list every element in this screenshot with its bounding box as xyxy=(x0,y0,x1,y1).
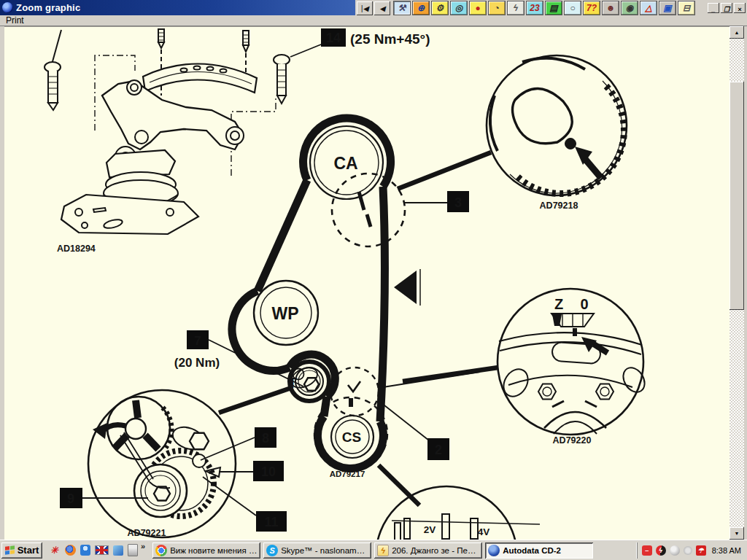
pulley-cs: CS xyxy=(342,429,361,445)
quick-launch-icon[interactable] xyxy=(128,544,138,556)
toolbar: |◀ ◀ ⚒ ⊕ ⚙ ◎ ● ◔ ϟ 23 ▤ ○ 7? ☻ ◉ △ ▣ ⊟ _… xyxy=(355,0,747,16)
menu-item-print[interactable]: Print xyxy=(6,15,24,26)
toolbar-icon[interactable]: ⊕ xyxy=(412,1,430,15)
menu-bar: Print xyxy=(0,15,747,26)
quick-launch-icon[interactable] xyxy=(95,545,109,555)
toolbar-icon[interactable]: ● xyxy=(469,1,487,15)
toolbar-icon[interactable]: ⚒ xyxy=(393,1,411,15)
toolbar-icon[interactable]: ◎ xyxy=(450,1,468,15)
quick-launch-bar: ✳ xyxy=(48,544,138,556)
quick-launch-icon[interactable] xyxy=(65,545,76,556)
task-icon xyxy=(155,545,167,556)
nav-button[interactable]: ◀ xyxy=(374,1,390,15)
pulley-ca: CA xyxy=(333,154,357,173)
label-14: 14 xyxy=(326,31,341,45)
task-icon: S xyxy=(266,545,278,556)
toolbar-icon[interactable]: ◉ xyxy=(621,1,638,15)
pulley-t: T xyxy=(287,374,297,391)
vertical-scrollbar[interactable]: ▲ ▼ xyxy=(729,26,744,540)
ref-ad79218: AD79218 xyxy=(540,201,578,211)
label-8: 8 xyxy=(262,431,269,446)
quick-launch-icon[interactable] xyxy=(113,545,123,556)
mark-2v: 2V xyxy=(424,524,436,535)
taskbar-task-button[interactable]: S Skype™ - naslonamakar... xyxy=(263,542,371,559)
window-controls: _ ❐ × xyxy=(708,3,746,13)
toolbar-overflow-chevron[interactable]: » xyxy=(141,540,145,551)
torque-25nm: (25 Nm+45°) xyxy=(350,31,430,47)
toolbar-icon[interactable]: ϟ xyxy=(507,1,525,15)
label-7: 7 xyxy=(194,334,201,348)
taskbar: Start ✳ » Виж новите мнения | V... S Sky… xyxy=(0,540,747,560)
tray-icon[interactable] xyxy=(670,545,680,556)
graphic-canvas: 14 3 7 2 8 10 9 11 (25 Nm+45°) AD18294 A… xyxy=(4,26,729,540)
toolbar-icon[interactable]: 23 xyxy=(526,1,543,15)
window-control-button[interactable]: ❐ xyxy=(721,3,732,13)
ref-ad79221: AD79221 xyxy=(128,528,166,538)
label-9: 9 xyxy=(67,491,74,506)
label-3: 3 xyxy=(454,195,462,210)
ref-ad79220: AD79220 xyxy=(553,435,592,446)
clock: 8:38 AM xyxy=(712,546,741,555)
mark-4v: 4V xyxy=(478,526,490,537)
toolbar-icon[interactable]: ⚙ xyxy=(431,1,449,15)
toolbar-icons: ⚒ ⊕ ⚙ ◎ ● ◔ ϟ 23 ▤ ○ 7? ☻ ◉ △ ▣ ⊟ xyxy=(393,1,695,15)
nav-buttons: |◀ ◀ xyxy=(357,1,390,15)
window-control-button[interactable]: × xyxy=(734,3,746,13)
toolbar-icon[interactable]: △ xyxy=(640,1,657,15)
tray-icon[interactable]: ☂ xyxy=(696,545,706,556)
torque-20nm: (20 Nm) xyxy=(174,356,220,370)
mark-z: Z xyxy=(554,296,563,312)
pulley-wp: WP xyxy=(271,304,298,323)
windows-flag-icon xyxy=(5,545,15,555)
tray-icon[interactable]: ϟ xyxy=(656,545,666,556)
mark-0: 0 xyxy=(580,296,588,312)
app-icon xyxy=(2,2,13,13)
scroll-up-button[interactable]: ▲ xyxy=(729,26,744,39)
toolbar-icon[interactable]: ○ xyxy=(564,1,581,15)
toolbar-icon[interactable]: ⊟ xyxy=(678,1,695,15)
nav-button[interactable]: |◀ xyxy=(357,1,373,15)
taskbar-task-button[interactable]: Виж новите мнения | V... xyxy=(152,542,260,559)
scrollbar-thumb[interactable] xyxy=(729,82,744,310)
ref-ad18294: AD18294 xyxy=(57,244,96,254)
toolbar-icon[interactable]: 7? xyxy=(583,1,600,15)
task-icon xyxy=(488,545,500,556)
toolbar-icon[interactable]: ▤ xyxy=(545,1,562,15)
toolbar-icon[interactable]: ◔ xyxy=(488,1,506,15)
quick-launch-icon[interactable]: ✳ xyxy=(48,545,61,556)
start-button[interactable]: Start xyxy=(1,542,42,559)
taskbar-task-button[interactable]: Autodata CD-2 xyxy=(485,542,593,559)
taskbar-task-button[interactable]: ϟ 206. Джанго зе - Песе... xyxy=(374,542,482,559)
window-control-button[interactable]: _ xyxy=(708,3,719,13)
task-buttons: Виж новите мнения | V... S Skype™ - nasl… xyxy=(152,542,593,559)
tray-icon[interactable] xyxy=(684,546,692,555)
timing-belt-diagram: 14 3 7 2 8 10 9 11 (25 Nm+45°) AD18294 A… xyxy=(4,27,729,540)
system-tray: – ϟ ☂ 8:38 AM xyxy=(637,542,747,559)
quick-launch-icon[interactable] xyxy=(80,545,90,556)
ref-ad79217: AD79217 xyxy=(330,470,365,478)
label-10: 10 xyxy=(261,464,276,479)
label-2: 2 xyxy=(435,443,442,457)
title-bar[interactable]: Zoom graphic xyxy=(0,0,355,15)
task-icon: ϟ xyxy=(377,545,389,556)
toolbar-icon[interactable]: ▣ xyxy=(659,1,676,15)
toolbar-icon[interactable]: ☻ xyxy=(602,1,619,15)
scroll-down-button[interactable]: ▼ xyxy=(729,527,744,540)
window-title: Zoom graphic xyxy=(16,2,80,13)
label-11: 11 xyxy=(264,515,278,529)
tray-icon[interactable]: – xyxy=(642,545,652,556)
